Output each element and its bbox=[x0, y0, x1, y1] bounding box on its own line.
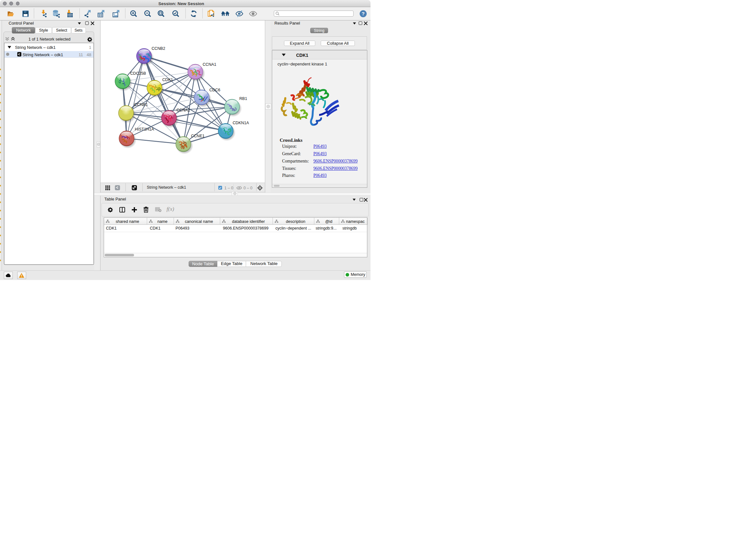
svg-text:CDK1: CDK1 bbox=[162, 77, 173, 82]
svg-text:CCNA1: CCNA1 bbox=[203, 62, 216, 66]
svg-text:?: ? bbox=[361, 11, 364, 16]
svg-text:CCNB2: CCNB2 bbox=[151, 46, 165, 51]
svg-text:CCNA2: CCNA2 bbox=[177, 108, 190, 112]
svg-text:CDC25B: CDC25B bbox=[130, 71, 146, 75]
svg-text:CCNB1: CCNB1 bbox=[134, 103, 148, 107]
svg-text:CDC6: CDC6 bbox=[209, 88, 220, 92]
svg-text:CDKN1A: CDKN1A bbox=[232, 120, 249, 125]
svg-text:CCNE1: CCNE1 bbox=[191, 133, 205, 138]
svg-text:HIST1H1A: HIST1H1A bbox=[135, 127, 154, 131]
svg-text:RB1: RB1 bbox=[239, 97, 247, 101]
